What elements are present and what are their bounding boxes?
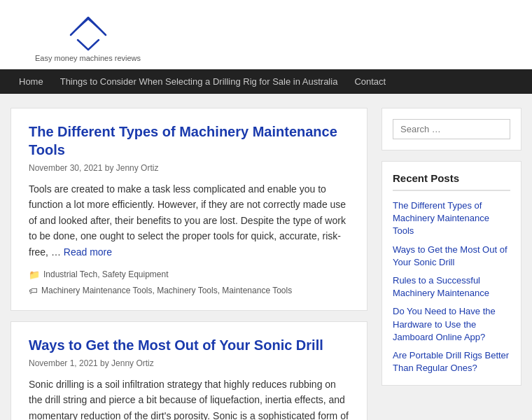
main-wrapper: The Different Types of Machinery Mainten… [0, 94, 532, 420]
recent-post-link-5[interactable]: Are Portable Drill Rigs Better Than Regu… [393, 350, 509, 373]
categories-value-1: Industrial Tech, Safety Equipment [43, 270, 169, 279]
article-excerpt-2: Sonic drilling is a soil infiltration st… [29, 377, 349, 420]
recent-post-link-2[interactable]: Ways to Get the Most Out of Your Sonic D… [393, 244, 507, 267]
nav-link-home[interactable]: Home [10, 69, 52, 94]
search-input[interactable] [393, 119, 510, 139]
site-header: Easy money machines reviews [0, 0, 532, 69]
tags-value-1: Machinery Maintenance Tools, Machinery T… [41, 286, 292, 295]
folder-icon-1: 📁 [29, 270, 40, 280]
site-logo-icon [67, 10, 109, 52]
article-title-1: The Different Types of Machinery Mainten… [29, 122, 349, 159]
recent-post-item-1[interactable]: The Different Types of Machinery Mainten… [393, 200, 510, 238]
recent-post-link-4[interactable]: Do You Need to Have the Hardware to Use … [393, 306, 496, 342]
site-title: Easy money machines reviews [35, 54, 141, 62]
nav-item-contact[interactable]: Contact [346, 69, 394, 94]
article-card-1: The Different Types of Machinery Mainten… [10, 108, 368, 311]
recent-post-item-3[interactable]: Rules to a Successful Machinery Maintena… [393, 274, 510, 300]
recent-post-link-1[interactable]: The Different Types of Machinery Mainten… [393, 200, 489, 236]
main-content: The Different Types of Machinery Mainten… [10, 108, 368, 420]
article-link-1[interactable]: The Different Types of Machinery Mainten… [29, 124, 337, 158]
nav-item-drilling[interactable]: Things to Consider When Selecting a Dril… [52, 69, 346, 94]
tag-icon-1: 🏷 [29, 286, 38, 296]
article-meta-2: November 1, 2021 by Jenny Ortiz [29, 358, 349, 368]
article-excerpt-1: Tools are created to make a task less co… [29, 181, 349, 260]
logo-area: Easy money machines reviews [35, 10, 141, 62]
nav-item-home[interactable]: Home [10, 69, 52, 94]
article-title-2: Ways to Get the Most Out of Your Sonic D… [29, 336, 349, 354]
article-categories-1: 📁 Industrial Tech, Safety Equipment [29, 270, 349, 280]
nav-link-drilling[interactable]: Things to Consider When Selecting a Dril… [52, 69, 346, 94]
recent-post-link-3[interactable]: Rules to a Successful Machinery Maintena… [393, 275, 489, 298]
article-link-2[interactable]: Ways to Get the Most Out of Your Sonic D… [29, 337, 323, 353]
article-tags-1: 🏷 Machinery Maintenance Tools, Machinery… [29, 286, 349, 296]
sidebar: Recent Posts The Different Types of Mach… [382, 108, 522, 420]
main-nav: Home Things to Consider When Selecting a… [0, 69, 532, 94]
article-meta-1: November 30, 2021 by Jenny Ortiz [29, 163, 349, 173]
recent-post-item-5[interactable]: Are Portable Drill Rigs Better Than Regu… [393, 349, 510, 374]
nav-link-contact[interactable]: Contact [346, 69, 394, 94]
article-card-2: Ways to Get the Most Out of Your Sonic D… [10, 321, 368, 420]
recent-posts-widget: Recent Posts The Different Types of Mach… [382, 161, 522, 386]
recent-posts-title: Recent Posts [393, 172, 510, 191]
recent-post-item-2[interactable]: Ways to Get the Most Out of Your Sonic D… [393, 244, 510, 269]
read-more-1[interactable]: Read more [64, 246, 112, 258]
recent-posts-list: The Different Types of Machinery Mainten… [393, 200, 510, 374]
search-widget [382, 108, 522, 150]
recent-post-item-4[interactable]: Do You Need to Have the Hardware to Use … [393, 305, 510, 344]
